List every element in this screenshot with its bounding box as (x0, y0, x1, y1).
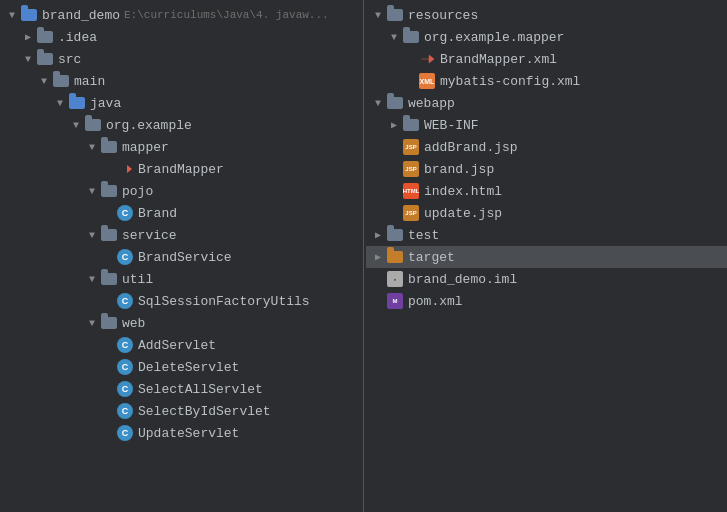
item-label: main (74, 74, 105, 89)
item-label: .idea (58, 30, 97, 45)
class-icon: C (116, 292, 134, 310)
folder-gray-icon (100, 226, 118, 244)
tree-item-org_example_mapper[interactable]: ▼org.example.mapper (366, 26, 727, 48)
tree-item-service[interactable]: ▼service (0, 224, 361, 246)
tree-item-target[interactable]: ▶target (366, 246, 727, 268)
folder-gray-icon (386, 226, 404, 244)
tree-item-BrandService[interactable]: CBrandService (0, 246, 361, 268)
tree-item-util[interactable]: ▼util (0, 268, 361, 290)
item-label: mapper (122, 140, 169, 155)
expand-arrow[interactable]: ▼ (84, 186, 100, 197)
tree-item-src[interactable]: ▼src (0, 48, 361, 70)
tree-item-BrandMapper[interactable]: BrandMapper (0, 158, 361, 180)
item-label: target (408, 250, 455, 265)
expand-arrow[interactable]: ▶ (370, 229, 386, 241)
expand-arrow[interactable]: ▼ (84, 318, 100, 329)
tree-item-brand_demo[interactable]: ▼brand_demoE:\curriculums\Java\4. javaw.… (0, 4, 361, 26)
item-label: pojo (122, 184, 153, 199)
expand-arrow[interactable]: ▼ (36, 76, 52, 87)
jsp-icon: JSP (402, 138, 420, 156)
tree-item-WEB_INF[interactable]: ▶WEB-INF (366, 114, 727, 136)
expand-arrow[interactable]: ▶ (370, 251, 386, 263)
folder-gray-icon (36, 28, 54, 46)
item-label: BrandMapper.xml (440, 52, 557, 67)
folder-gray-icon (52, 72, 70, 90)
folder-gray-icon (36, 50, 54, 68)
item-label: AddServlet (138, 338, 216, 353)
left-panel[interactable]: ▼brand_demoE:\curriculums\Java\4. javaw.… (0, 0, 361, 512)
tree-item-resources[interactable]: ▼resources (366, 4, 727, 26)
tree-item-pojo[interactable]: ▼pojo (0, 180, 361, 202)
right-panel[interactable]: ▼resources▼org.example.mapperBrandMapper… (366, 0, 727, 512)
tree-item-BrandMapper_xml[interactable]: BrandMapper.xml (366, 48, 727, 70)
tree-item-test[interactable]: ▶test (366, 224, 727, 246)
item-label: pom.xml (408, 294, 463, 309)
item-label: update.jsp (424, 206, 502, 221)
item-label: SelectAllServlet (138, 382, 263, 397)
item-label: mybatis-config.xml (440, 74, 580, 89)
expand-arrow[interactable]: ▼ (386, 32, 402, 43)
folder-gray-icon (100, 138, 118, 156)
class-icon: C (116, 336, 134, 354)
item-label: SelectByIdServlet (138, 404, 271, 419)
folder-gray-icon (402, 116, 420, 134)
expand-arrow[interactable]: ▶ (386, 119, 402, 131)
jsp-icon: JSP (402, 160, 420, 178)
tree-item-mybatis_config[interactable]: XMLmybatis-config.xml (366, 70, 727, 92)
class-icon: C (116, 380, 134, 398)
panel-divider (363, 0, 364, 512)
tree-item-DeleteServlet[interactable]: CDeleteServlet (0, 356, 361, 378)
expand-arrow[interactable]: ▼ (84, 142, 100, 153)
expand-arrow[interactable]: ▼ (4, 10, 20, 21)
tree-item-SqlSessionFactoryUtils[interactable]: CSqlSessionFactoryUtils (0, 290, 361, 312)
item-label: brand_demo.iml (408, 272, 517, 287)
tree-item-webapp[interactable]: ▼webapp (366, 92, 727, 114)
folder-orange-icon (386, 248, 404, 266)
tree-item-main[interactable]: ▼main (0, 70, 361, 92)
item-label: src (58, 52, 81, 67)
expand-arrow[interactable]: ▼ (370, 10, 386, 21)
class-icon: C (116, 248, 134, 266)
tree-item-index_html[interactable]: HTMLindex.html (366, 180, 727, 202)
tree-item-pom_xml[interactable]: Mpom.xml (366, 290, 727, 312)
tree-item-update_jsp[interactable]: JSPupdate.jsp (366, 202, 727, 224)
expand-arrow[interactable]: ▼ (20, 54, 36, 65)
tree-item-idea[interactable]: ▶.idea (0, 26, 361, 48)
expand-arrow[interactable]: ▶ (20, 31, 36, 43)
tree-item-SelectByIdServlet[interactable]: CSelectByIdServlet (0, 400, 361, 422)
tree-item-AddServlet[interactable]: CAddServlet (0, 334, 361, 356)
tree-item-web[interactable]: ▼web (0, 312, 361, 334)
folder-gray-icon (100, 314, 118, 332)
item-label: org.example (106, 118, 192, 133)
item-label: BrandMapper (138, 162, 224, 177)
expand-arrow[interactable]: ▼ (68, 120, 84, 131)
folder-gray-icon (100, 182, 118, 200)
folder-gray-icon (386, 6, 404, 24)
item-label: service (122, 228, 177, 243)
class-icon: C (116, 358, 134, 376)
tree-item-brand_demo_iml[interactable]: ▪brand_demo.iml (366, 268, 727, 290)
item-label: util (122, 272, 153, 287)
pom-icon: M (386, 292, 404, 310)
tree-item-brand_jsp[interactable]: JSPbrand.jsp (366, 158, 727, 180)
folder-blue-icon (68, 94, 86, 112)
iml-icon: ▪ (386, 270, 404, 288)
tree-item-UpdateServlet[interactable]: CUpdateServlet (0, 422, 361, 444)
item-label: UpdateServlet (138, 426, 239, 441)
item-label: test (408, 228, 439, 243)
item-label: brand.jsp (424, 162, 494, 177)
tree-item-SelectAllServlet[interactable]: CSelectAllServlet (0, 378, 361, 400)
mapper-file-icon (116, 160, 134, 178)
expand-arrow[interactable]: ▼ (84, 274, 100, 285)
tree-item-addBrand_jsp[interactable]: JSPaddBrand.jsp (366, 136, 727, 158)
item-label: resources (408, 8, 478, 23)
item-label: webapp (408, 96, 455, 111)
tree-item-org_example[interactable]: ▼org.example (0, 114, 361, 136)
expand-arrow[interactable]: ▼ (52, 98, 68, 109)
tree-item-java[interactable]: ▼java (0, 92, 361, 114)
tree-item-Brand[interactable]: CBrand (0, 202, 361, 224)
expand-arrow[interactable]: ▼ (370, 98, 386, 109)
tree-item-mapper[interactable]: ▼mapper (0, 136, 361, 158)
expand-arrow[interactable]: ▼ (84, 230, 100, 241)
folder-gray-icon (402, 28, 420, 46)
